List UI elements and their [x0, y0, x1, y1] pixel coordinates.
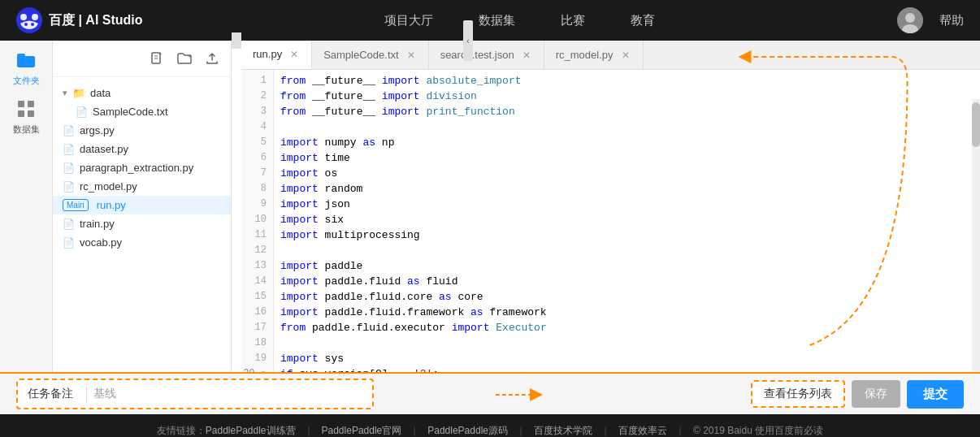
svg-rect-9	[18, 101, 24, 107]
tab-rcmodel[interactable]: rc_model.py ✕	[544, 41, 644, 69]
tab-samplecode-label: SampleCode.txt	[323, 49, 399, 61]
save-button[interactable]: 保存	[852, 380, 900, 408]
file-runpy-label: run.py	[97, 199, 126, 211]
file-icon-vocab: 📄	[63, 237, 75, 249]
nav-competition[interactable]: 比赛	[554, 10, 592, 32]
view-task-button[interactable]: 查看任务列表	[751, 380, 845, 408]
sidebar-datasets-label: 数据集	[13, 123, 40, 136]
new-file-button[interactable]: +	[148, 50, 166, 67]
left-sidebar: 文件夹 数据集	[0, 41, 53, 372]
footer-copyright: © 2019 Baidu 使用百度前必读	[693, 424, 823, 438]
file-vocab[interactable]: 📄 vocab.py	[53, 233, 231, 252]
nav-projects[interactable]: 项目大厅	[378, 10, 440, 32]
code-editor: 1 2 3 4 5 6 7 8 9 10 11 12 13 14 15 16 1…	[241, 70, 980, 372]
file-vocab-label: vocab.py	[80, 236, 122, 249]
file-icon-samplecode: 📄	[76, 106, 88, 118]
footer-link-baiducloud[interactable]: 百度效率云	[618, 424, 667, 438]
footer-link-paddlesource[interactable]: PaddlePaddle源码	[427, 424, 508, 438]
file-args-label: args.py	[80, 124, 115, 136]
task-input-field[interactable]	[129, 387, 362, 400]
tab-samplecode-close[interactable]: ✕	[405, 50, 417, 61]
new-folder-button[interactable]: +	[176, 50, 193, 67]
tab-bar: run.py ✕ SampleCode.txt ✕ search.test.js…	[241, 41, 980, 70]
line-numbers: 1 2 3 4 5 6 7 8 9 10 11 12 13 14 15 16 1…	[241, 70, 274, 372]
file-rcmodel-label: rc_model.py	[80, 180, 137, 193]
folder-data-label: data	[90, 87, 111, 99]
scrollbar-thumb[interactable]	[972, 102, 980, 147]
footer: 友情链接： PaddlePaddle训练营 ｜ PaddlePaddle官网 ｜…	[0, 414, 980, 437]
file-samplecode-label: SampleCode.txt	[93, 106, 168, 118]
tab-rcmodel-label: rc_model.py	[556, 49, 614, 61]
file-icon-train: 📄	[63, 218, 75, 230]
code-lines[interactable]: from __future__ import absolute_import f…	[274, 70, 980, 372]
avatar[interactable]	[897, 7, 923, 33]
file-train[interactable]: 📄 train.py	[53, 214, 231, 233]
sidebar-datasets[interactable]: 数据集	[10, 102, 42, 134]
file-panel: + + ▾ 📁 data 📄 SampleCode.txt 📄 args.py	[53, 41, 232, 372]
svg-rect-7	[17, 56, 35, 67]
svg-point-2	[24, 23, 28, 26]
tab-search-close[interactable]: ✕	[521, 50, 532, 61]
svg-text:+: +	[188, 53, 192, 60]
footer-sep-1: ｜	[304, 424, 314, 438]
tab-search-label: search.test.json	[440, 49, 514, 61]
svg-text:+: +	[158, 52, 163, 58]
footer-link-paddlecamp[interactable]: PaddlePaddle训练营	[206, 424, 296, 438]
tab-runpy-close[interactable]: ✕	[288, 49, 300, 60]
file-args[interactable]: 📄 args.py	[53, 121, 231, 140]
footer-sep-2: ｜	[410, 424, 419, 438]
svg-rect-11	[18, 110, 24, 117]
svg-rect-10	[28, 101, 34, 107]
folder-icon	[17, 52, 35, 72]
nav-logo: 百度 | AI Studio	[16, 7, 143, 33]
sidebar-files[interactable]: 文件夹	[10, 53, 42, 85]
file-dataset-label: dataset.py	[80, 143, 128, 155]
tab-runpy-label: run.py	[253, 48, 282, 60]
file-train-label: train.py	[80, 218, 115, 230]
folder-icon-data: 📁	[72, 87, 85, 99]
file-toolbar: + +	[53, 41, 231, 77]
svg-point-0	[20, 14, 27, 20]
file-paragraph[interactable]: 📄 paragraph_extraction.py	[53, 158, 231, 177]
sidebar-files-label: 文件夹	[13, 75, 40, 87]
file-icon-rcmodel: 📄	[63, 181, 75, 193]
svg-point-5	[905, 13, 915, 23]
tab-rcmodel-close[interactable]: ✕	[620, 50, 631, 61]
main-badge: Main	[63, 199, 89, 211]
nav-right: 帮助	[897, 7, 964, 33]
file-icon-args: 📄	[63, 125, 75, 136]
svg-rect-12	[28, 110, 34, 117]
svg-rect-8	[17, 54, 25, 58]
footer-sep-4: ｜	[601, 424, 610, 438]
help-link[interactable]: 帮助	[939, 13, 964, 28]
file-runpy[interactable]: Main run.py	[53, 196, 231, 214]
footer-link-paddleofficial[interactable]: PaddlePaddle官网	[322, 424, 402, 438]
task-note-label: 任务备注	[28, 387, 73, 401]
baseline-label: 基线	[93, 387, 116, 401]
tab-samplecode[interactable]: SampleCode.txt ✕	[312, 41, 429, 69]
file-samplecode[interactable]: 📄 SampleCode.txt	[53, 102, 231, 121]
nav-education[interactable]: 教育	[624, 10, 661, 32]
tab-search[interactable]: search.test.json ✕	[429, 41, 544, 69]
fold-panel-arrow[interactable]: ‹	[232, 32, 241, 49]
bottom-task-bar: 任务备注 基线 查看任务列表 保存 提交	[0, 372, 980, 414]
submit-button[interactable]: 提交	[907, 380, 964, 409]
nav-datasets[interactable]: 数据集	[472, 10, 522, 32]
file-dataset[interactable]: 📄 dataset.py	[53, 140, 231, 158]
file-tree: ▾ 📁 data 📄 SampleCode.txt 📄 args.py 📄 da…	[53, 77, 231, 372]
footer-prefix: 友情链接：	[157, 424, 206, 438]
footer-link-baidutechacademy[interactable]: 百度技术学院	[534, 424, 592, 438]
file-icon-paragraph: 📄	[63, 162, 75, 174]
scrollbar[interactable]	[972, 99, 980, 372]
folder-data[interactable]: ▾ 📁 data	[53, 84, 231, 102]
task-input-area: 任务备注 基线	[16, 379, 374, 409]
baidu-icon	[16, 7, 42, 33]
tab-runpy[interactable]: run.py ✕	[241, 41, 312, 69]
svg-point-3	[31, 23, 34, 26]
save-label: 保存	[865, 387, 887, 400]
file-rcmodel[interactable]: 📄 rc_model.py	[53, 177, 231, 196]
view-task-label: 查看任务列表	[764, 387, 832, 400]
upload-button[interactable]	[203, 50, 221, 67]
task-divider	[86, 386, 87, 402]
folder-arrow-icon: ▾	[63, 88, 67, 98]
